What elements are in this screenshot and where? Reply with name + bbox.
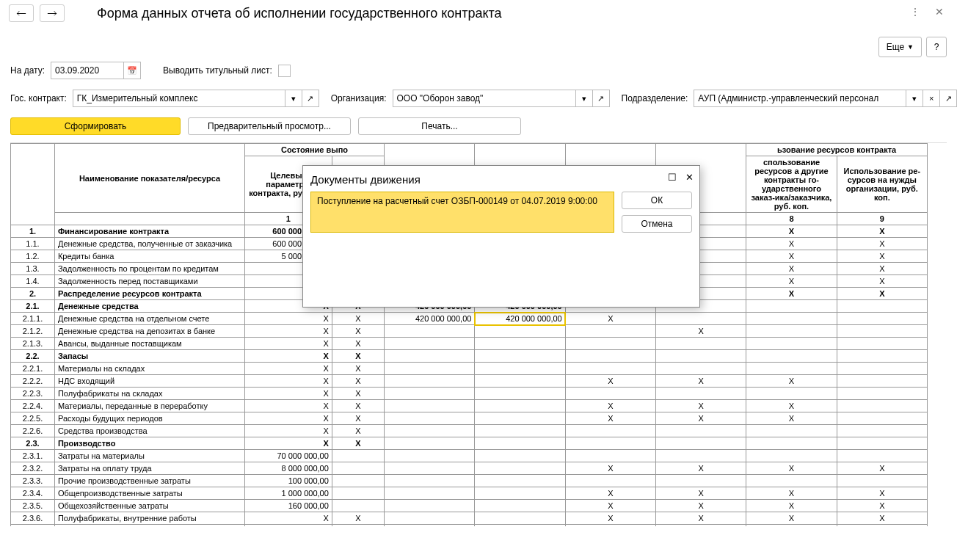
table-cell[interactable]: [746, 300, 837, 313]
table-cell[interactable]: [385, 475, 475, 487]
table-cell[interactable]: [385, 400, 475, 412]
table-cell[interactable]: [746, 350, 837, 363]
table-row[interactable]: 2.3.1.Затраты на материалы70 000 000,00: [11, 450, 928, 462]
table-cell[interactable]: X: [746, 225, 837, 238]
table-cell[interactable]: [475, 437, 565, 450]
table-row[interactable]: 2.3.ПроизводствоXX: [11, 437, 928, 450]
table-cell[interactable]: X: [565, 412, 655, 425]
table-cell[interactable]: [656, 425, 746, 437]
table-cell[interactable]: X: [746, 525, 837, 527]
table-cell[interactable]: [475, 363, 565, 375]
help-button[interactable]: ?: [926, 37, 947, 57]
print-button[interactable]: Печать...: [358, 117, 521, 135]
table-row[interactable]: 2.3.7.Выпуск полуфабрикатов, внутренних …: [11, 525, 928, 527]
table-cell[interactable]: [656, 388, 746, 400]
table-cell[interactable]: [475, 450, 565, 462]
more-button[interactable]: Еще ▼: [878, 37, 922, 57]
table-cell[interactable]: [475, 487, 565, 500]
table-cell[interactable]: 2.2.4.: [11, 400, 55, 412]
table-cell[interactable]: [656, 363, 746, 375]
table-cell[interactable]: X: [565, 500, 655, 512]
table-cell[interactable]: [746, 450, 837, 462]
table-cell[interactable]: X: [565, 400, 655, 412]
table-cell[interactable]: [746, 338, 837, 350]
table-cell[interactable]: [385, 500, 475, 512]
table-cell[interactable]: [332, 500, 384, 512]
table-cell[interactable]: X: [837, 250, 927, 263]
table-cell[interactable]: [385, 462, 475, 475]
table-cell[interactable]: [475, 475, 565, 487]
table-cell[interactable]: [746, 425, 837, 437]
dept-dropdown-icon[interactable]: ▾: [906, 90, 923, 107]
table-cell[interactable]: 2.3.6.: [11, 512, 55, 525]
table-cell[interactable]: [385, 363, 475, 375]
table-cell[interactable]: [746, 325, 837, 338]
table-cell[interactable]: [837, 388, 927, 400]
calendar-icon[interactable]: 📅: [124, 62, 141, 79]
table-cell[interactable]: [656, 350, 746, 363]
table-cell[interactable]: Прочие производственные затраты: [54, 475, 244, 487]
table-cell[interactable]: 1.: [11, 225, 55, 238]
titlepage-checkbox[interactable]: [278, 65, 291, 77]
table-cell[interactable]: 1.3.: [11, 263, 55, 275]
table-cell[interactable]: [746, 475, 837, 487]
table-cell[interactable]: Кредиты банка: [54, 250, 244, 263]
nav-forward-button[interactable]: 🡒: [40, 4, 65, 22]
table-cell[interactable]: X: [332, 400, 384, 412]
table-row[interactable]: 2.1.3.Авансы, выданные поставщикамXX: [11, 338, 928, 350]
table-cell[interactable]: [837, 363, 927, 375]
table-cell[interactable]: [565, 475, 655, 487]
contract-input[interactable]: [73, 90, 285, 107]
table-row[interactable]: 2.2.4.Материалы, переданные в переработк…: [11, 400, 928, 412]
table-cell[interactable]: X: [656, 525, 746, 527]
table-cell[interactable]: [746, 388, 837, 400]
table-cell[interactable]: X: [245, 313, 332, 325]
table-cell[interactable]: X: [746, 375, 837, 388]
table-cell[interactable]: Задолженность перед поставщиками: [54, 275, 244, 288]
table-cell[interactable]: [565, 325, 655, 338]
table-cell[interactable]: X: [245, 512, 332, 525]
table-cell[interactable]: X: [837, 225, 927, 238]
table-cell[interactable]: Выпуск полуфабрикатов, внутренних работ: [54, 525, 244, 527]
table-cell[interactable]: X: [332, 338, 384, 350]
table-cell[interactable]: X: [656, 400, 746, 412]
org-open-icon[interactable]: ↗: [593, 90, 610, 107]
table-cell[interactable]: 420 000 000,00: [385, 313, 475, 325]
table-cell[interactable]: 1.4.: [11, 275, 55, 288]
table-cell[interactable]: X: [245, 350, 332, 363]
table-cell[interactable]: X: [746, 275, 837, 288]
table-cell[interactable]: Затраты на материалы: [54, 450, 244, 462]
table-cell[interactable]: X: [837, 263, 927, 275]
table-cell[interactable]: 1 000 000,00: [245, 487, 332, 500]
table-cell[interactable]: Финансирование контракта: [54, 225, 244, 238]
table-row[interactable]: 2.3.3.Прочие производственные затраты100…: [11, 475, 928, 487]
table-row[interactable]: 2.3.6.Полуфабрикаты, внутренние работыXX…: [11, 512, 928, 525]
table-cell[interactable]: 160 000,00: [245, 500, 332, 512]
window-close-icon[interactable]: ✕: [932, 4, 947, 19]
table-cell[interactable]: 2.3.2.: [11, 462, 55, 475]
contract-dropdown-icon[interactable]: ▾: [285, 90, 302, 107]
table-cell[interactable]: [385, 425, 475, 437]
preview-button[interactable]: Предварительный просмотр...: [188, 117, 351, 135]
document-item[interactable]: Поступление на расчетный счет ОЗБП-00014…: [310, 192, 614, 233]
table-cell[interactable]: 2.3.3.: [11, 475, 55, 487]
table-cell[interactable]: [385, 375, 475, 388]
table-cell[interactable]: [746, 363, 837, 375]
table-cell[interactable]: Запасы: [54, 350, 244, 363]
table-cell[interactable]: X: [565, 512, 655, 525]
table-cell[interactable]: [565, 338, 655, 350]
table-cell[interactable]: X: [332, 350, 384, 363]
table-cell[interactable]: Материалы на складах: [54, 363, 244, 375]
generate-button[interactable]: Сформировать: [10, 117, 181, 135]
table-cell[interactable]: X: [565, 313, 655, 325]
table-cell[interactable]: [837, 313, 927, 325]
table-row[interactable]: 2.2.2.НДС входящийXXXXX: [11, 375, 928, 388]
table-cell[interactable]: [565, 437, 655, 450]
table-cell[interactable]: [475, 325, 565, 338]
table-cell[interactable]: X: [332, 313, 384, 325]
dept-open-icon[interactable]: ↗: [940, 90, 957, 107]
table-cell[interactable]: X: [332, 388, 384, 400]
table-cell[interactable]: [565, 450, 655, 462]
table-cell[interactable]: [837, 425, 927, 437]
nav-back-button[interactable]: 🡐: [9, 4, 34, 22]
